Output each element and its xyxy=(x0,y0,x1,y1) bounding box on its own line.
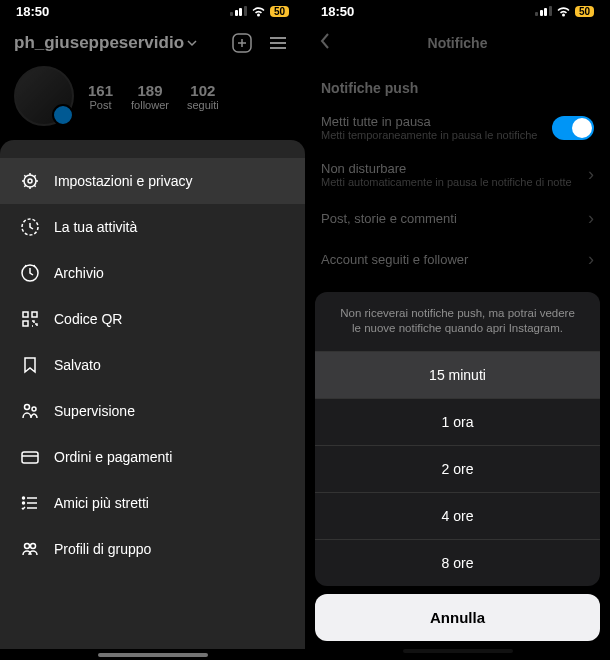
menu-label: Archivio xyxy=(54,265,104,281)
bookmark-icon xyxy=(20,355,40,375)
profile-stats: 161Post 189follower 102seguiti xyxy=(0,62,305,136)
posts-row[interactable]: Post, storie e commenti › xyxy=(321,198,594,239)
row-title: Non disturbare xyxy=(321,161,572,176)
cancel-button[interactable]: Annulla xyxy=(315,594,600,641)
row-subtitle: Metti temporaneamente in pausa le notifi… xyxy=(321,129,537,141)
menu-activity[interactable]: La tua attività xyxy=(0,204,305,250)
group-icon xyxy=(20,539,40,559)
chevron-right-icon: › xyxy=(588,208,594,229)
section-title: Notifiche push xyxy=(321,80,594,96)
page-title: Notifiche xyxy=(339,35,576,51)
dnd-row[interactable]: Non disturbare Metti automaticamente in … xyxy=(321,151,594,198)
cellular-icon xyxy=(230,6,247,16)
menu-label: Codice QR xyxy=(54,311,122,327)
gear-icon xyxy=(20,171,40,191)
stat-following[interactable]: 102seguiti xyxy=(187,82,219,111)
menu-archive[interactable]: Archivio xyxy=(0,250,305,296)
option-15min[interactable]: 15 minuti xyxy=(315,351,600,398)
sheet-message: Non riceverai notifiche push, ma potrai … xyxy=(315,292,600,351)
row-title: Post, storie e commenti xyxy=(321,211,457,226)
svg-point-9 xyxy=(32,407,36,411)
row-title: Account seguiti e follower xyxy=(321,252,468,267)
home-indicator[interactable] xyxy=(98,653,208,657)
status-bar: 18:50 50 xyxy=(0,0,305,22)
menu-label: Amici più stretti xyxy=(54,495,149,511)
duration-sheet: Non riceverai notifiche push, ma potrai … xyxy=(305,292,610,660)
supervision-icon xyxy=(20,401,40,421)
option-2h[interactable]: 2 ore xyxy=(315,445,600,492)
menu-group-profiles[interactable]: Profili di gruppo xyxy=(0,526,305,572)
svg-point-13 xyxy=(25,544,30,549)
svg-rect-5 xyxy=(23,312,28,317)
list-icon xyxy=(20,493,40,513)
svg-point-12 xyxy=(23,502,25,504)
chevron-right-icon: › xyxy=(588,164,594,185)
menu-label: Impostazioni e privacy xyxy=(54,173,193,189)
svg-rect-10 xyxy=(22,452,38,463)
chevron-down-icon xyxy=(187,38,197,48)
svg-rect-7 xyxy=(23,321,28,326)
svg-point-2 xyxy=(28,179,32,183)
chevron-right-icon: › xyxy=(588,249,594,270)
time: 18:50 xyxy=(16,4,49,19)
status-bar: 18:50 50 xyxy=(305,0,610,22)
option-4h[interactable]: 4 ore xyxy=(315,492,600,539)
avatar[interactable] xyxy=(14,66,74,126)
svg-point-11 xyxy=(23,497,25,499)
qr-icon xyxy=(20,309,40,329)
menu-button[interactable] xyxy=(265,30,291,56)
svg-rect-6 xyxy=(32,312,37,317)
menu-label: Profili di gruppo xyxy=(54,541,151,557)
home-indicator[interactable] xyxy=(403,649,513,653)
menu-close-friends[interactable]: Amici più stretti xyxy=(0,480,305,526)
create-button[interactable] xyxy=(229,30,255,56)
accounts-row[interactable]: Account seguiti e follower › xyxy=(321,239,594,280)
menu-sheet: Impostazioni e privacy La tua attività A… xyxy=(0,140,305,649)
back-button[interactable] xyxy=(319,32,339,54)
battery-icon: 50 xyxy=(270,6,289,17)
svg-point-14 xyxy=(31,544,36,549)
left-screen: 18:50 50 ph_giuseppeservidio 161Post 189… xyxy=(0,0,305,660)
option-8h[interactable]: 8 ore xyxy=(315,539,600,586)
menu-label: La tua attività xyxy=(54,219,137,235)
card-icon xyxy=(20,447,40,467)
option-1h[interactable]: 1 ora xyxy=(315,398,600,445)
menu-qr[interactable]: Codice QR xyxy=(0,296,305,342)
wifi-icon xyxy=(251,6,266,17)
archive-icon xyxy=(20,263,40,283)
row-subtitle: Metti automaticamente in pausa le notifi… xyxy=(321,176,572,188)
stat-followers[interactable]: 189follower xyxy=(131,82,169,111)
menu-label: Supervisione xyxy=(54,403,135,419)
menu-orders[interactable]: Ordini e pagamenti xyxy=(0,434,305,480)
username-dropdown[interactable]: ph_giuseppeservidio xyxy=(14,33,219,53)
battery-icon: 50 xyxy=(575,6,594,17)
pause-all-row: Metti tutte in pausa Metti temporaneamen… xyxy=(321,104,594,151)
time: 18:50 xyxy=(321,4,354,19)
row-title: Metti tutte in pausa xyxy=(321,114,537,129)
wifi-icon xyxy=(556,6,571,17)
svg-point-1 xyxy=(24,175,36,187)
menu-label: Salvato xyxy=(54,357,101,373)
stat-posts[interactable]: 161Post xyxy=(88,82,113,111)
profile-header: ph_giuseppeservidio xyxy=(0,22,305,62)
svg-point-8 xyxy=(25,405,30,410)
pause-toggle[interactable] xyxy=(552,116,594,140)
menu-label: Ordini e pagamenti xyxy=(54,449,172,465)
activity-icon xyxy=(20,217,40,237)
cellular-icon xyxy=(535,6,552,16)
menu-settings[interactable]: Impostazioni e privacy xyxy=(0,158,305,204)
menu-saved[interactable]: Salvato xyxy=(0,342,305,388)
page-header: Notifiche xyxy=(305,22,610,62)
menu-supervision[interactable]: Supervisione xyxy=(0,388,305,434)
